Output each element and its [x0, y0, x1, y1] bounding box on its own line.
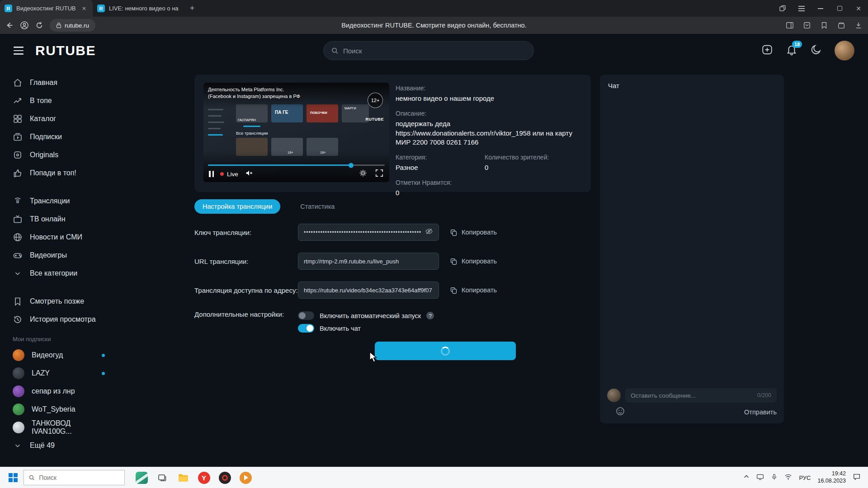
sidebar-item-tv-online[interactable]: ТВ онлайн	[0, 210, 118, 228]
sidebar-item-games[interactable]: Видеоигры	[0, 246, 118, 264]
sidebar-item-subscriptions[interactable]: Подписки	[0, 128, 118, 146]
autostart-toggle[interactable]	[298, 311, 314, 320]
copy-stream-address-button[interactable]: Копировать	[450, 286, 497, 294]
language-indicator[interactable]: РУС	[799, 474, 811, 481]
url-chip[interactable]: rutube.ru	[50, 19, 95, 32]
enable-chat-toggle[interactable]	[298, 324, 314, 333]
player-controls-right	[359, 169, 384, 179]
stream-key-input[interactable]	[304, 229, 421, 235]
subscription-item[interactable]: ТАНКОВОД IVAN100G...	[0, 418, 118, 436]
window-minimize-button[interactable]	[811, 0, 830, 17]
stream-url-input[interactable]	[304, 258, 433, 265]
taskbar-clock[interactable]: 19:42 16.08.2023	[817, 470, 846, 484]
sidebar-item-watch-later[interactable]: Смотреть позже	[0, 292, 118, 310]
file-explorer-button[interactable]	[173, 467, 193, 488]
taskbar-app-teal[interactable]	[131, 467, 152, 488]
collections-icon[interactable]	[837, 21, 845, 29]
menu-hamburger-icon[interactable]	[14, 47, 24, 55]
subscription-item[interactable]: WoT_Syberia	[0, 400, 118, 418]
tab-panels-icon[interactable]	[773, 0, 792, 17]
send-message-button[interactable]: Отправить	[744, 408, 777, 416]
stream-address-field[interactable]	[298, 282, 439, 299]
main-content: ГАСПАРЯН ПА ГЕ ПОБОЧКИ МАРГИ RUTUBE Все …	[118, 67, 600, 467]
sidebar-item-news[interactable]: Новости и СМИ	[0, 228, 118, 246]
sidebar-item-history[interactable]: История просмотра	[0, 310, 118, 328]
loading-spinner-icon	[441, 347, 450, 356]
site-search[interactable]	[323, 41, 534, 60]
name-label: Название:	[396, 84, 582, 92]
notification-center-icon[interactable]	[853, 473, 861, 483]
tab-stream-settings[interactable]: Настройка трансляции	[194, 199, 280, 214]
player-controls: Live	[203, 166, 389, 182]
theme-moon-icon[interactable]	[810, 44, 822, 57]
browser-tab-live[interactable]: R LIVE: немного видео о на	[93, 0, 185, 17]
taskbar-search-input[interactable]	[39, 474, 120, 481]
eye-off-icon[interactable]	[425, 227, 433, 237]
chat-message-field[interactable]: Оставить сообщение... 0/200	[625, 388, 777, 403]
browser-tab-active[interactable]: R Видеохостинг RUTUBE ✕	[0, 0, 93, 17]
autostart-label: Включить автоматический запуск	[320, 312, 421, 319]
sidebar-item-top[interactable]: В топе	[0, 92, 118, 110]
stream-key-field[interactable]	[298, 224, 439, 241]
sidebar-item-catalog[interactable]: Каталог	[0, 110, 118, 128]
emoji-icon[interactable]	[615, 406, 625, 418]
user-avatar[interactable]	[835, 41, 854, 61]
start-stream-button[interactable]	[375, 342, 516, 360]
mute-button[interactable]	[245, 169, 254, 179]
back-button[interactable]	[5, 21, 14, 29]
sidebar-item-originals[interactable]: Originals	[0, 146, 118, 164]
stream-address-input[interactable]	[304, 287, 433, 294]
upload-video-icon[interactable]	[761, 44, 773, 57]
header-actions: 18	[761, 41, 854, 61]
window-maximize-button[interactable]	[830, 0, 849, 17]
copy-stream-key-button[interactable]: Копировать	[450, 229, 497, 236]
video-player[interactable]: ГАСПАРЯН ПА ГЕ ПОБОЧКИ МАРГИ RUTUBE Все …	[203, 83, 389, 182]
rutube-logo[interactable]: RUTUBE	[35, 43, 96, 58]
taskbar-search[interactable]	[24, 470, 125, 485]
sidebar-item-streams[interactable]: Трансляции	[0, 192, 118, 210]
bookmark-flag-icon[interactable]	[820, 21, 828, 29]
hamburger-icon	[798, 6, 805, 11]
fullscreen-icon[interactable]	[375, 169, 384, 179]
start-button[interactable]	[3, 467, 24, 488]
yandex-browser-button[interactable]: Y	[193, 467, 214, 488]
sidebar-show-more[interactable]: Ещё 49	[0, 436, 118, 455]
new-tab-button[interactable]: +	[185, 2, 199, 15]
notifications-bell-icon[interactable]: 18	[786, 44, 797, 57]
media-player-button[interactable]	[235, 467, 256, 488]
tray-chevron-up-icon[interactable]	[743, 474, 750, 482]
tab-statistics[interactable]: Статистика	[292, 199, 343, 214]
player-caption: Деятельность Meta Platforms Inc. (Facebo…	[208, 86, 300, 100]
refresh-button[interactable]	[35, 21, 43, 29]
copy-stream-url-button[interactable]: Копировать	[450, 258, 497, 265]
page-title: Видеохостинг RUTUBE. Смотрите видео онла…	[341, 22, 526, 29]
task-view-button[interactable]	[152, 467, 173, 488]
channel-name: LAZY	[32, 369, 50, 377]
microphone-icon[interactable]	[771, 474, 778, 482]
subscription-item[interactable]: сепар из лнр	[0, 382, 118, 400]
subscription-item[interactable]: LAZY	[0, 364, 118, 382]
pocket-icon[interactable]	[803, 21, 811, 29]
recorder-app-button[interactable]	[214, 467, 235, 488]
profile-icon[interactable]	[20, 21, 29, 30]
search-input[interactable]	[343, 47, 526, 55]
side-panel-icon[interactable]	[786, 21, 794, 29]
download-icon[interactable]	[854, 21, 863, 29]
browser-menu-icon[interactable]	[792, 0, 811, 17]
help-icon[interactable]: ?	[426, 312, 434, 319]
subscriptions-icon	[13, 132, 23, 142]
display-icon[interactable]	[756, 473, 764, 483]
settings-gear-icon[interactable]	[359, 169, 368, 179]
description-label: Описание:	[396, 110, 582, 117]
network-icon[interactable]	[784, 473, 792, 483]
window-close-button[interactable]: ✕	[849, 0, 868, 17]
sidebar-item-all-categories[interactable]: Все категории	[0, 264, 118, 282]
chevron-down-icon	[13, 269, 23, 277]
stream-url-field[interactable]	[298, 253, 439, 270]
sidebar-item-home[interactable]: Главная	[0, 74, 118, 92]
pause-button[interactable]	[209, 171, 214, 177]
tab-close-icon[interactable]: ✕	[80, 5, 88, 13]
sidebar-item-get-to-top[interactable]: Попади в топ!	[0, 164, 118, 182]
site-header: RUTUBE 18	[0, 34, 868, 67]
subscription-item[interactable]: Видеогуд	[0, 346, 118, 364]
